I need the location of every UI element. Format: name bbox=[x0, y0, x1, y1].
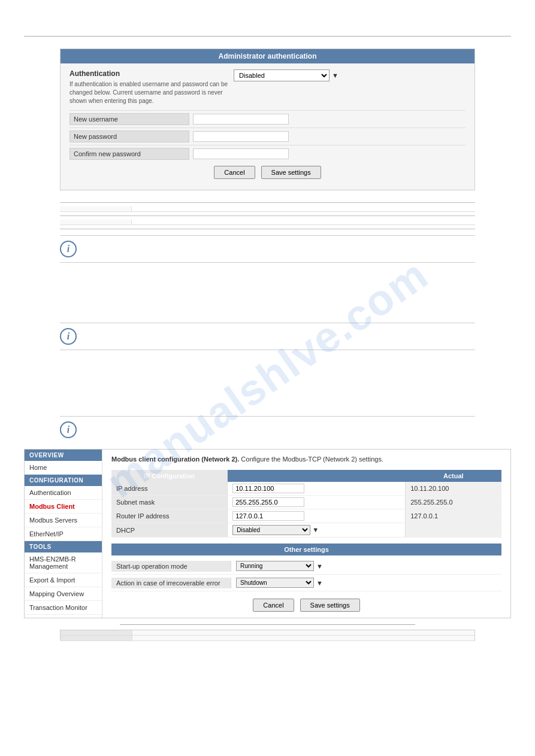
sidebar-item-transaction-monitor[interactable]: Transaction Monitor bbox=[25, 601, 102, 615]
subnet-mask-value bbox=[228, 496, 406, 509]
bottom-cell-right-2 bbox=[132, 636, 475, 641]
auth-description: Authentication If authentication is enab… bbox=[69, 69, 228, 105]
sidebar-item-mapping-overview[interactable]: Mapping Overview bbox=[25, 587, 102, 601]
sidebar-item-authentication[interactable]: Authentication bbox=[25, 486, 102, 500]
save-settings-button[interactable]: Save settings bbox=[261, 166, 321, 179]
bottom-cell-left-1 bbox=[61, 630, 132, 636]
confirm-password-label: Confirm new password bbox=[69, 148, 189, 160]
subnet-mask-label: Subnet mask bbox=[111, 496, 228, 509]
cancel-button[interactable]: Cancel bbox=[214, 166, 255, 179]
dhcp-actual bbox=[406, 523, 501, 538]
other-settings-section: Other settings Start-up operation mode R… bbox=[111, 544, 501, 591]
content-cancel-button[interactable]: Cancel bbox=[253, 599, 294, 612]
blank-space-1 bbox=[60, 269, 475, 317]
cell-right bbox=[132, 207, 475, 211]
auth-panel: Administrator authentication Authenticat… bbox=[60, 48, 475, 190]
bottom-cell-left-2 bbox=[61, 636, 132, 641]
auth-panel-title: Administrator authentication bbox=[61, 49, 474, 63]
main-content: Modbus client configuration (Network 2).… bbox=[102, 450, 510, 618]
value-header bbox=[228, 470, 406, 482]
actual-header: Actual bbox=[406, 470, 501, 482]
content-save-button[interactable]: Save settings bbox=[300, 599, 360, 612]
auth-buttons: Cancel Save settings bbox=[69, 166, 466, 184]
content-buttons: Cancel Save settings bbox=[111, 599, 501, 612]
top-divider bbox=[24, 36, 511, 37]
dhcp-value: Disabled Enabled ▼ bbox=[228, 523, 406, 538]
confirm-password-row: Confirm new password bbox=[69, 145, 466, 160]
ip-address-value bbox=[228, 482, 406, 496]
new-password-label: New password bbox=[69, 130, 189, 142]
confirm-password-input[interactable] bbox=[193, 148, 289, 159]
error-action-value: Shutdown Continue ▼ bbox=[231, 576, 328, 589]
auth-top-row: Authentication If authentication is enab… bbox=[69, 69, 466, 105]
sidebar-item-ethernet-ip[interactable]: EtherNet/IP bbox=[25, 527, 102, 541]
ip-address-row: IP address 10.11.20.100 bbox=[111, 482, 501, 496]
router-ip-actual: 127.0.0.1 bbox=[406, 509, 501, 523]
new-username-input[interactable] bbox=[193, 114, 289, 125]
info-icon-3: i bbox=[60, 421, 77, 438]
sidebar-item-hms-management[interactable]: HMS-EN2MB-R Management bbox=[25, 552, 102, 573]
cell-left bbox=[60, 220, 132, 224]
dhcp-label: DHCP bbox=[111, 523, 228, 538]
auth-select-wrap: Disabled Enabled ▼ bbox=[234, 69, 338, 81]
other-settings-header: Other settings bbox=[111, 544, 501, 555]
new-username-label: New username bbox=[69, 113, 189, 125]
divider-line-mid bbox=[60, 215, 475, 216]
auth-panel-body: Authentication If authentication is enab… bbox=[61, 63, 474, 190]
auth-description-text: If authentication is enabled username an… bbox=[69, 80, 228, 105]
router-ip-value bbox=[228, 509, 406, 523]
subnet-mask-actual: 255.255.255.0 bbox=[406, 496, 501, 509]
ip-config-header: IP Configuration bbox=[111, 470, 228, 482]
new-password-input[interactable] bbox=[193, 131, 289, 142]
config-header: CONFIGURATION bbox=[25, 475, 102, 486]
overview-header: OVERVIEW bbox=[25, 450, 102, 461]
cell-left bbox=[60, 207, 132, 211]
new-password-row: New password bbox=[69, 127, 466, 142]
bottom-cell-right-1 bbox=[132, 630, 475, 636]
startup-mode-select[interactable]: Running Stopped bbox=[236, 561, 314, 571]
blank-space-2 bbox=[0, 356, 535, 416]
router-ip-row: Router IP address 127.0.0.1 bbox=[111, 509, 501, 523]
dhcp-row: DHCP Disabled Enabled ▼ bbox=[111, 523, 501, 538]
main-section: OVERVIEW Home CONFIGURATION Authenticati… bbox=[24, 449, 511, 618]
ip-address-input[interactable] bbox=[232, 484, 304, 493]
tools-header: ToOLS bbox=[25, 541, 102, 552]
sidebar-item-home[interactable]: Home bbox=[25, 461, 102, 475]
error-action-select[interactable]: Shutdown Continue bbox=[236, 578, 314, 588]
startup-mode-label: Start-up operation mode bbox=[111, 561, 231, 572]
cell-right bbox=[132, 220, 475, 224]
info-row-3: i bbox=[60, 416, 475, 443]
error-action-row: Action in case of irrecoverable error Sh… bbox=[111, 575, 501, 591]
table-row bbox=[60, 207, 475, 212]
sidebar-item-modbus-client[interactable]: Modbus Client bbox=[25, 500, 102, 514]
dhcp-select[interactable]: Disabled Enabled bbox=[232, 525, 310, 535]
bottom-table bbox=[60, 630, 475, 641]
bottom-divider-top bbox=[120, 624, 415, 625]
new-username-row: New username bbox=[69, 110, 466, 125]
dropdown-arrow-icon: ▼ bbox=[332, 72, 338, 79]
router-ip-input[interactable] bbox=[232, 511, 304, 521]
page-description: Modbus client configuration (Network 2).… bbox=[111, 456, 501, 463]
sidebar-item-export-import[interactable]: Export & Import bbox=[25, 573, 102, 587]
bottom-table-section bbox=[60, 624, 475, 641]
ip-address-actual: 10.11.20.100 bbox=[406, 482, 501, 496]
startup-mode-row: Start-up operation mode Running Stopped … bbox=[111, 558, 501, 575]
info-icon-2: i bbox=[60, 328, 77, 345]
router-ip-label: Router IP address bbox=[111, 509, 228, 523]
sidebar-item-modbus-servers[interactable]: Modbus Servers bbox=[25, 514, 102, 527]
bottom-table-row-1 bbox=[61, 630, 475, 636]
info-row-1: i bbox=[60, 235, 475, 263]
sidebar: OVERVIEW Home CONFIGURATION Authenticati… bbox=[25, 450, 102, 618]
subnet-mask-row: Subnet mask 255.255.255.0 bbox=[111, 496, 501, 509]
bottom-table-row-2 bbox=[61, 636, 475, 641]
ip-config-table: IP Configuration Actual IP address 10.11… bbox=[111, 470, 501, 538]
divider-line-bot bbox=[60, 229, 475, 229]
auth-status-select[interactable]: Disabled Enabled bbox=[234, 69, 330, 81]
ip-address-label: IP address bbox=[111, 482, 228, 496]
divider-table-section bbox=[60, 202, 475, 229]
startup-mode-value: Running Stopped ▼ bbox=[231, 560, 328, 572]
subnet-mask-input[interactable] bbox=[232, 497, 304, 507]
table-row bbox=[60, 220, 475, 225]
divider-line-top bbox=[60, 202, 475, 203]
auth-label: Authentication bbox=[69, 69, 228, 78]
